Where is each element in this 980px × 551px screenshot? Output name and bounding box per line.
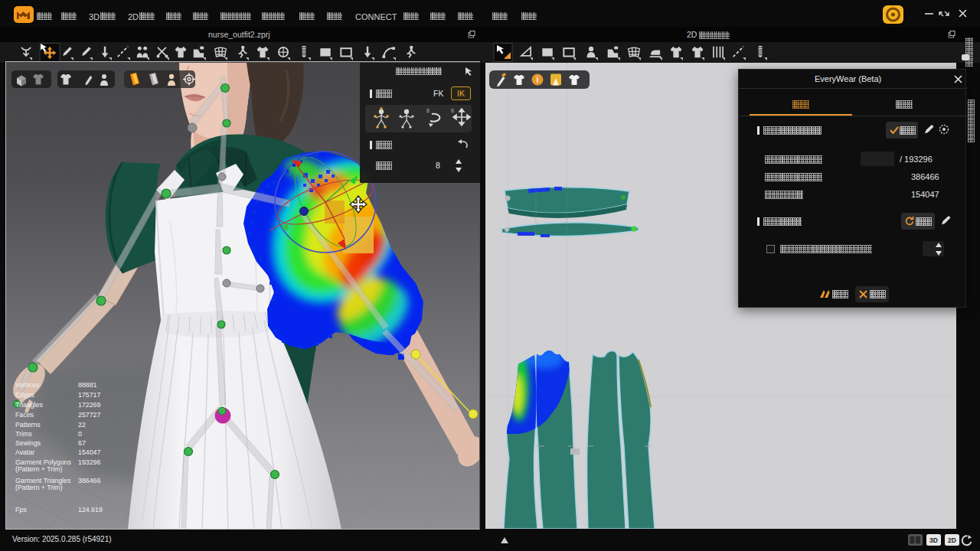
svg-text:193296: 193296 [78, 458, 100, 466]
svg-text:Avatar: Avatar [15, 448, 34, 456]
svg-text:386466: 386466 [78, 477, 100, 484]
svg-text:Vertices: Vertices [15, 381, 40, 389]
svg-text:Sewings: Sewings [15, 439, 41, 447]
svg-text:Triangles: Triangles [15, 401, 43, 409]
svg-text:6: 6 [451, 108, 454, 113]
svg-text:154047: 154047 [78, 448, 100, 456]
svg-text:Faces: Faces [15, 411, 34, 419]
svg-text:(Pattern + Trim): (Pattern + Trim) [15, 465, 62, 473]
svg-text:67: 67 [78, 439, 86, 447]
svg-text:Fps: Fps [15, 506, 27, 514]
svg-text:88881: 88881 [78, 381, 97, 389]
svg-text:3D: 3D [929, 536, 938, 544]
svg-text:Patterns: Patterns [15, 421, 41, 429]
svg-text:2D: 2D [948, 536, 956, 544]
svg-text:Edges: Edges [15, 391, 35, 399]
svg-text:175717: 175717 [78, 391, 100, 399]
svg-text:Trims: Trims [15, 430, 32, 438]
svg-text:172269: 172269 [78, 401, 100, 409]
svg-text:124.919: 124.919 [78, 506, 103, 514]
svg-text:i: i [537, 76, 539, 84]
svg-text:0: 0 [78, 430, 82, 438]
svg-text:(Pattern + Trim): (Pattern + Trim) [15, 484, 62, 491]
svg-text:22: 22 [78, 421, 86, 429]
svg-text:257727: 257727 [78, 411, 100, 419]
svg-text:6: 6 [426, 108, 430, 113]
